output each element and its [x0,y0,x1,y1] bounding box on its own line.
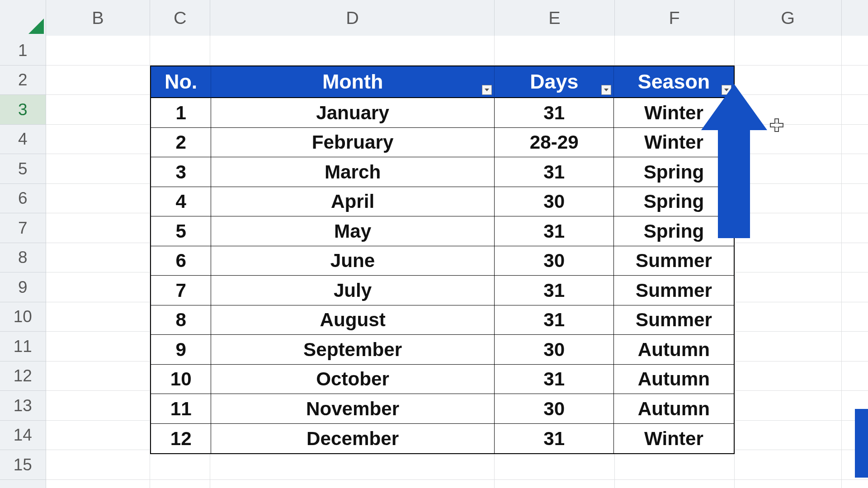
cell-D1[interactable] [210,36,495,66]
cell-B13[interactable] [46,391,151,421]
cell-B3[interactable] [46,95,151,125]
table-cell-season[interactable]: Winter [614,424,733,454]
cell-F1[interactable] [615,36,735,66]
cell-H7[interactable] [842,213,868,243]
cell-H6[interactable] [842,184,868,214]
cell-G3[interactable] [735,95,842,125]
column-header-F[interactable]: F [615,0,735,36]
table-cell-days[interactable]: 31 [495,98,614,128]
table-row[interactable]: 12December31Winter [151,424,733,454]
cell-B2[interactable] [46,66,151,95]
table-cell-no[interactable]: 3 [151,157,211,187]
table-row[interactable]: 7July31Summer [151,276,733,305]
cell-H4[interactable] [842,125,868,155]
cell-H2[interactable] [842,66,868,95]
cell-H9[interactable] [842,272,868,302]
cell-H8[interactable] [842,243,868,273]
cell-C15[interactable] [150,450,210,480]
table-cell-days[interactable]: 31 [495,276,614,305]
cell-G4[interactable] [735,125,842,155]
table-cell-no[interactable]: 11 [151,394,211,424]
cell-G8[interactable] [735,243,842,273]
table-cell-month[interactable]: November [211,394,495,424]
select-all-triangle[interactable] [0,0,46,36]
row-header-7[interactable]: 7 [0,213,46,243]
table-cell-no[interactable]: 5 [151,216,211,246]
table-row[interactable]: 9September30Autumn [151,335,733,365]
cell-C16[interactable] [150,480,210,488]
cell-G13[interactable] [735,391,842,421]
table-cell-season[interactable]: Autumn [614,365,733,394]
cell-C1[interactable] [150,36,210,66]
table-cell-month[interactable]: December [211,424,495,454]
cell-G16[interactable] [735,480,842,488]
table-cell-no[interactable]: 8 [151,305,211,335]
cell-B4[interactable] [46,125,151,155]
table-cell-season[interactable]: Winter [614,128,733,158]
table-cell-season[interactable]: Spring [614,187,733,217]
column-header-C[interactable]: C [150,0,210,36]
cell-H11[interactable] [842,332,868,361]
table-cell-no[interactable]: 2 [151,128,211,158]
table-cell-days[interactable]: 31 [495,305,614,335]
table-cell-season[interactable]: Spring [614,216,733,246]
column-header-G[interactable]: G [735,0,842,36]
row-header-13[interactable]: 13 [0,391,46,421]
cell-B6[interactable] [46,184,151,214]
cell-F16[interactable] [615,480,735,488]
table-cell-days[interactable]: 31 [495,157,614,187]
table-cell-month[interactable]: May [211,216,495,246]
cell-G9[interactable] [735,272,842,302]
table-header-cell[interactable]: Month [211,66,495,99]
cell-D16[interactable] [210,480,495,488]
cell-E1[interactable] [495,36,614,66]
row-header-14[interactable]: 14 [0,421,46,450]
table-cell-no[interactable]: 12 [151,424,211,454]
column-header-E[interactable]: E [495,0,614,36]
table-cell-season[interactable]: Spring [614,157,733,187]
row-header-15[interactable]: 15 [0,450,46,480]
cell-B8[interactable] [46,243,151,273]
cell-H5[interactable] [842,154,868,184]
cell-B15[interactable] [46,450,151,480]
cell-G6[interactable] [735,184,842,214]
cell-G12[interactable] [735,361,842,391]
cell-B12[interactable] [46,361,151,391]
table-cell-month[interactable]: March [211,157,495,187]
row-header-10[interactable]: 10 [0,302,46,332]
table-cell-days[interactable]: 30 [495,246,614,276]
cell-E16[interactable] [495,480,614,488]
row-header-4[interactable]: 4 [0,125,46,155]
table-cell-month[interactable]: January [211,98,495,128]
table-cell-no[interactable]: 10 [151,365,211,394]
cell-B10[interactable] [46,302,151,332]
table-row[interactable]: 8August31Summer [151,305,733,335]
table-cell-season[interactable]: Summer [614,305,733,335]
table-cell-month[interactable]: October [211,365,495,394]
table-row[interactable]: 5May31Spring [151,216,733,246]
table-row[interactable]: 2February28-29Winter [151,128,733,158]
table-cell-no[interactable]: 6 [151,246,211,276]
row-header-5[interactable]: 5 [0,154,46,184]
cell-D15[interactable] [210,450,495,480]
table-cell-month[interactable]: September [211,335,495,365]
table-cell-month[interactable]: July [211,276,495,305]
cell-H16[interactable] [842,480,868,488]
cell-B14[interactable] [46,421,151,450]
cell-G11[interactable] [735,332,842,361]
cell-G5[interactable] [735,154,842,184]
row-header-3[interactable]: 3 [0,95,46,125]
cell-H3[interactable] [842,95,868,125]
table-header-cell[interactable]: Season [614,66,733,99]
filter-dropdown-icon[interactable] [601,85,611,95]
table-cell-days[interactable]: 31 [495,424,614,454]
filter-dropdown-icon[interactable] [482,85,492,95]
table-cell-days[interactable]: 31 [495,216,614,246]
table-cell-season[interactable]: Autumn [614,335,733,365]
column-header-B[interactable]: B [46,0,151,36]
column-header-D[interactable]: D [210,0,495,36]
cell-G2[interactable] [735,66,842,95]
cell-G7[interactable] [735,213,842,243]
table-cell-season[interactable]: Summer [614,246,733,276]
row-header-12[interactable]: 12 [0,361,46,391]
